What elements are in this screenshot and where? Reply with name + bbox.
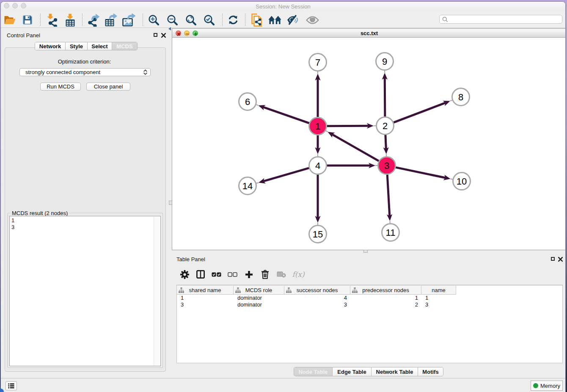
- column-header-shared-name[interactable]: shared name: [177, 286, 234, 295]
- table-cell[interactable]: dominator: [234, 301, 284, 308]
- tab-motifs[interactable]: Motifs: [418, 367, 443, 376]
- zoom-in-button[interactable]: [146, 13, 161, 27]
- save-session-icon: [22, 15, 33, 25]
- memory-status-icon: [533, 383, 538, 388]
- task-history-button[interactable]: [6, 381, 17, 390]
- close-panel-button[interactable]: Close panel: [86, 83, 130, 91]
- graph-node-8[interactable]: 8: [452, 88, 470, 106]
- clone-network-button[interactable]: [249, 13, 264, 27]
- graph-node-6[interactable]: 6: [239, 93, 256, 110]
- graph-edge-2-8[interactable]: [394, 100, 453, 122]
- table-cell[interactable]: 4: [284, 295, 350, 301]
- graph-edge-4-15[interactable]: [315, 175, 320, 226]
- search-input[interactable]: [448, 16, 562, 22]
- table-cell[interactable]: 1: [350, 295, 421, 301]
- import-network-button[interactable]: [45, 13, 60, 27]
- tab-select[interactable]: Select: [87, 42, 112, 50]
- zoom-selected-button[interactable]: [201, 13, 217, 27]
- settings-gear-button[interactable]: [178, 268, 191, 281]
- graph-edge-3-1[interactable]: [325, 130, 379, 161]
- window-titlebar[interactable]: Session: New Session: [1, 2, 565, 11]
- show-all-button[interactable]: [267, 13, 282, 27]
- column-header-predecessor-nodes[interactable]: predecessor nodes: [350, 286, 421, 295]
- graph-node-4[interactable]: 4: [309, 157, 327, 174]
- close-x-icon: [558, 257, 563, 262]
- import-table-button[interactable]: [63, 13, 78, 27]
- graph-node-9[interactable]: 9: [376, 53, 394, 70]
- table-panel-float-icon[interactable]: [551, 257, 555, 261]
- table-toolbar: f(x): [172, 266, 566, 285]
- graph-edge-2-3[interactable]: [383, 135, 389, 157]
- graph-edge-2-9[interactable]: [382, 69, 388, 116]
- svg-text:4: 4: [315, 160, 320, 171]
- column-header-successor-nodes[interactable]: successor nodes: [284, 286, 350, 295]
- graph-node-7[interactable]: 7: [309, 54, 327, 71]
- mcds-result-textarea[interactable]: 1 3: [9, 216, 161, 366]
- show-eye-button[interactable]: [305, 13, 320, 27]
- zoom-in-icon: [148, 14, 159, 25]
- add-column-button[interactable]: [242, 268, 255, 281]
- graph-edge-3-10[interactable]: [396, 167, 454, 180]
- zoom-fit-button[interactable]: [183, 13, 198, 27]
- tab-network-table[interactable]: Network Table: [371, 367, 418, 376]
- tab-edge-table[interactable]: Edge Table: [332, 367, 371, 376]
- graph-edge-4-14[interactable]: [256, 168, 309, 184]
- table-cell[interactable]: dominator: [234, 295, 284, 301]
- refresh-button[interactable]: [226, 13, 241, 27]
- node-table[interactable]: shared name MCDS role successor nodes pr…: [176, 285, 563, 363]
- table-cell[interactable]: 1: [177, 295, 234, 301]
- toolbar-separator: [82, 14, 83, 26]
- save-session-button[interactable]: [20, 13, 35, 27]
- column-header-MCDS-role[interactable]: MCDS role: [234, 286, 284, 295]
- run-mcds-button[interactable]: Run MCDS: [40, 83, 81, 91]
- tab-style[interactable]: Style: [65, 42, 87, 50]
- tab-mcds[interactable]: MCDS: [112, 42, 137, 50]
- table-cell[interactable]: 1: [421, 295, 456, 301]
- control-panel-tabs: NetworkStyleSelectMCDS: [35, 42, 138, 50]
- mcds-result-scrollbar[interactable]: [154, 217, 160, 365]
- control-panel-close-icon[interactable]: [161, 33, 166, 38]
- open-file-button[interactable]: [2, 13, 17, 27]
- tab-network[interactable]: Network: [35, 42, 65, 50]
- column-header-name[interactable]: name: [421, 286, 456, 295]
- horizontal-splitter-handle[interactable]: [363, 250, 368, 253]
- search-box[interactable]: [439, 15, 562, 24]
- graph-edge-1-4[interactable]: [315, 135, 320, 157]
- select-all-button[interactable]: [210, 268, 223, 281]
- dropdown-chevrons-icon: [143, 69, 147, 75]
- import-network-icon: [47, 14, 58, 27]
- hide-selected-button[interactable]: [285, 13, 300, 27]
- delete-column-button[interactable]: [259, 268, 271, 281]
- network-graph-canvas[interactable]: 7 9 6 8 1 2 4 3 14 10 15 11: [172, 38, 566, 250]
- tab-node-table[interactable]: Node Table: [294, 367, 332, 376]
- memory-button[interactable]: Memory: [531, 381, 563, 391]
- table-cell[interactable]: 3: [177, 301, 234, 308]
- graph-edge-3-11[interactable]: [387, 174, 392, 224]
- zoom-out-button[interactable]: [165, 13, 180, 27]
- columns-button[interactable]: [194, 268, 207, 281]
- graph-node-15[interactable]: 15: [309, 226, 327, 243]
- graph-node-11[interactable]: 11: [382, 224, 399, 241]
- control-panel-float-icon[interactable]: [154, 33, 157, 37]
- table-cell[interactable]: 3: [284, 301, 350, 308]
- graph-node-3[interactable]: 3: [378, 157, 396, 174]
- deselect-all-button[interactable]: [226, 268, 239, 281]
- export-network-icon: [88, 14, 100, 27]
- graph-node-1[interactable]: 1: [309, 118, 327, 135]
- graph-edge-4-3[interactable]: [327, 163, 379, 168]
- table-cell[interactable]: 2: [350, 301, 421, 308]
- export-image-button[interactable]: [121, 13, 137, 27]
- graph-edge-1-2[interactable]: [327, 123, 377, 129]
- network-frame-titlebar[interactable]: scc.txt: [172, 29, 566, 38]
- splitter-collapse-arrow-icon[interactable]: [168, 27, 171, 30]
- export-network-button[interactable]: [86, 13, 101, 27]
- table-cell[interactable]: 3: [421, 301, 456, 308]
- graph-node-2[interactable]: 2: [377, 117, 394, 135]
- graph-node-10[interactable]: 10: [453, 173, 471, 190]
- graph-edge-1-6[interactable]: [255, 104, 309, 123]
- criterion-dropdown[interactable]: strongly connected component: [19, 68, 151, 76]
- graph-edge-1-7[interactable]: [315, 71, 320, 117]
- graph-node-14[interactable]: 14: [239, 177, 256, 195]
- table-panel-close-icon[interactable]: [558, 257, 563, 262]
- export-table-button[interactable]: [103, 13, 118, 27]
